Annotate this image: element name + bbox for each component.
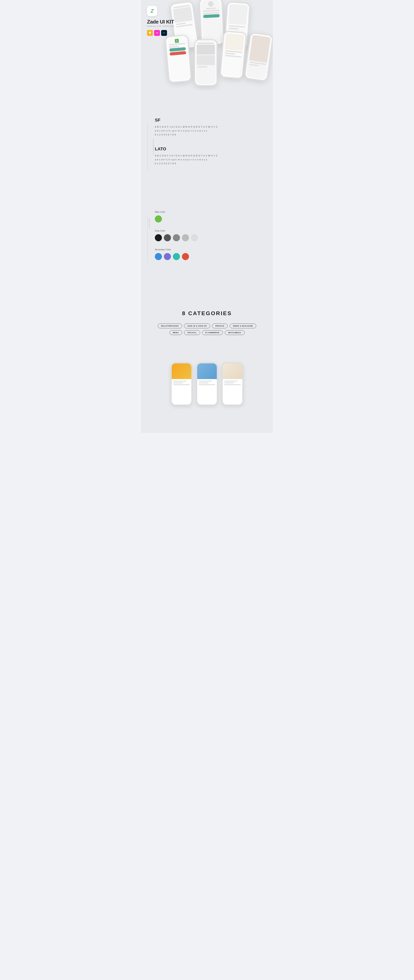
preview-img-3: [223, 363, 242, 379]
font-block-lato: LATO A B C D E F J H I G K L M N O P Q R…: [155, 146, 273, 165]
preview-screen-2: [197, 363, 217, 404]
brand-title: Zade UI KIT: [147, 19, 175, 25]
tag-walkthroughs[interactable]: WALKTHROUGHS: [158, 324, 182, 328]
swatch-purple: [164, 253, 171, 260]
categories-section: 8 CATEGORIES WALKTHROUGHS SIGN IN & SIGN…: [141, 294, 273, 347]
font-chars-lato-lower: a b c d e f j h i g k l m n o p q r s t …: [155, 158, 273, 162]
preview-line: [199, 381, 212, 382]
bottom-spacer: [141, 414, 273, 433]
tag-profile[interactable]: PROFILE: [212, 324, 228, 328]
font-chars-lato-nums: 0 1 2 3 4 5 6 7 8 9: [155, 162, 273, 165]
spacer-1: [141, 90, 273, 106]
category-tags-container: WALKTHROUGHS SIGN IN & SIGN UP PROFILE N…: [152, 324, 262, 335]
preview-line: [224, 384, 241, 385]
sketch-icon: [147, 30, 153, 36]
preview-phone-3: [222, 363, 243, 406]
ps-icon: Ps: [161, 30, 167, 36]
preview-phone-1: [171, 363, 192, 406]
preview-line: [199, 384, 215, 385]
color-swatches-gray: [155, 234, 273, 241]
color-swatches-main: [155, 215, 273, 223]
color-label-main: Main Color: [155, 211, 273, 213]
preview-line: [173, 382, 183, 383]
font-chars-lato-upper: A B C D E F J H I G K L M N O P Q R S T …: [155, 154, 273, 158]
typography-label: TYPOGRAPHY: [153, 138, 154, 155]
brand-subtitle: MOBILE APP TEMPLATE: [147, 25, 175, 27]
swatch-green: [155, 215, 162, 223]
preview-phones-section: [141, 355, 273, 414]
preview-line: [224, 382, 234, 383]
preview-line: [173, 381, 186, 382]
swatch-gray-darkest: [155, 234, 162, 241]
tag-social[interactable]: SOCICAL: [184, 330, 200, 335]
preview-lines-1: [172, 379, 191, 388]
font-chars-sf-upper: A B C D E F J H I G K L M N O P Q R S T …: [155, 125, 273, 129]
font-name-lato: LATO: [155, 146, 273, 151]
font-block-sf: SF A B C D E F J H I G K L M N O P Q R S…: [155, 118, 273, 137]
phone-mockup-4: Z: [165, 34, 192, 83]
tag-menu[interactable]: MENU: [170, 330, 182, 335]
color-group-secondary: Secondary Color: [155, 248, 273, 260]
preview-screen-1: [172, 363, 191, 404]
color-group-gray: Gray Color: [155, 229, 273, 241]
swatch-teal: [173, 253, 180, 260]
spacer-2: [141, 187, 273, 199]
phone-mockup-6: [220, 30, 247, 80]
app-icon-z-letter: Z: [151, 8, 154, 14]
color-section: COLOR Main Color Gray Color Secondary Co…: [141, 199, 273, 279]
preview-line: [173, 384, 190, 385]
preview-lines-3: [223, 379, 242, 388]
app-icon: Z: [147, 6, 157, 16]
font-chars-sf-nums: 0 1 2 3 4 5 6 7 8 9: [155, 133, 273, 137]
preview-line: [199, 382, 209, 383]
brand-info: Z Zade UI KIT MOBILE APP TEMPLATE Xd Ps: [147, 6, 175, 36]
spacer-4: [141, 347, 273, 355]
phone-mockup-2: [199, 0, 225, 46]
swatch-gray-light: [182, 234, 189, 241]
tag-news-magazine[interactable]: NEWS & MAGAZINE: [230, 324, 256, 328]
preview-img-1: [172, 363, 191, 379]
typography-content: SF A B C D E F J H I G K L M N O P Q R S…: [155, 118, 273, 175]
preview-phone-2: [196, 363, 218, 406]
tag-ecommerce[interactable]: E-COMMERCE: [202, 330, 223, 335]
font-chars-sf-lower: a b c d e f j h i g k l m n o p q r s t …: [155, 129, 273, 133]
typography-section: TYPOGRAPHY SF A B C D E F J H I G K L M …: [141, 106, 273, 187]
color-divider-line: [147, 215, 148, 263]
hero-section: Z: [141, 0, 273, 90]
preview-screen-3: [223, 363, 242, 404]
preview-img-2: [197, 363, 217, 379]
xd-icon: Xd: [154, 30, 160, 36]
font-name-sf: SF: [155, 118, 273, 123]
spacer-3: [141, 279, 273, 294]
swatch-gray-medium: [173, 234, 180, 241]
color-label-vertical: COLOR: [148, 218, 150, 227]
categories-title: 8 CATEGORIES: [147, 310, 267, 317]
color-label-gray: Gray Color: [155, 229, 273, 232]
phone-mockup-5: [194, 39, 218, 86]
color-group-main: Main Color: [155, 211, 273, 223]
swatch-gray-dark: [164, 234, 171, 241]
preview-lines-2: [197, 379, 217, 388]
z-logo-small: Z: [175, 39, 179, 43]
color-label-secondary: Secondary Color: [155, 248, 273, 251]
swatch-gray-lightest: [191, 234, 198, 241]
tool-icons-row: Xd Ps: [147, 30, 175, 36]
swatch-red: [182, 253, 189, 260]
tag-sign-in-sign-up[interactable]: SIGN IN & SIGN UP: [184, 324, 210, 328]
color-swatches-secondary: [155, 253, 273, 260]
tag-multimedia[interactable]: MUTILMEDIA: [225, 330, 245, 335]
swatch-blue: [155, 253, 162, 260]
phone-mockup-7: [244, 32, 273, 82]
typography-divider-line: [147, 122, 148, 171]
preview-line: [224, 381, 237, 382]
